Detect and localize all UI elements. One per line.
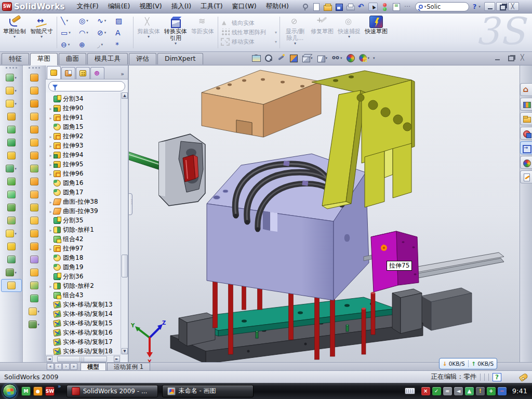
design-library[interactable] bbox=[520, 98, 532, 111]
feature-tree-item[interactable]: 实体-移动/复制16 bbox=[48, 328, 128, 337]
ruled-surface[interactable] bbox=[24, 162, 45, 175]
scrollbar-thumb[interactable]: ||| bbox=[57, 356, 107, 362]
ribbon-button[interactable]: 快速捕捉 ▾ bbox=[336, 15, 363, 50]
antivirus[interactable]: × bbox=[421, 387, 430, 395]
appearances-ball[interactable] bbox=[520, 156, 532, 169]
feature-tree-item[interactable]: ▸ 拉伸92 bbox=[48, 131, 128, 141]
updater[interactable]: ≈ bbox=[443, 387, 452, 395]
dropdown-arrow-icon[interactable]: ▾ bbox=[66, 19, 68, 23]
offset-surface[interactable] bbox=[24, 149, 45, 162]
sketch-tool-button[interactable]: ∿ ▾ bbox=[95, 15, 113, 26]
expand-arrow-icon[interactable]: ▸ bbox=[49, 284, 51, 289]
graphics-area[interactable]: Y Z X 拉伸75 bbox=[129, 65, 520, 362]
feature-tree-item[interactable]: ▸ 拉伸96 bbox=[48, 169, 128, 178]
dropdown-arrow-icon[interactable]: ▾ bbox=[15, 76, 17, 80]
freeform[interactable] bbox=[24, 123, 45, 136]
dropdown-arrow-icon[interactable]: ▾ bbox=[101, 43, 103, 47]
menu-item[interactable]: 文件(F) bbox=[72, 1, 103, 12]
lights[interactable] bbox=[380, 3, 389, 11]
quick-launch-overflow[interactable]: » bbox=[58, 383, 61, 390]
reference-geometry[interactable]: ▾ bbox=[1, 227, 22, 240]
taskbar-task-button[interactable]: SolidWorks 2009 - ... bbox=[66, 385, 158, 397]
model-tab[interactable]: 运动算例 1 bbox=[107, 363, 150, 370]
split[interactable] bbox=[1, 188, 22, 201]
part-rail-left[interactable] bbox=[179, 313, 215, 346]
doc-restore-button[interactable] bbox=[507, 55, 515, 61]
expand-arrow-icon[interactable]: ▸ bbox=[49, 107, 51, 111]
expand-arrow-icon[interactable]: ▸ bbox=[49, 247, 51, 251]
dropdown-arrow-icon[interactable]: ▾ bbox=[368, 56, 370, 60]
feature-tree-item[interactable]: 分割36 bbox=[48, 272, 128, 281]
feature-tree-item[interactable]: ▸ 拉伸95 bbox=[48, 159, 128, 169]
part-red-insert[interactable] bbox=[183, 155, 198, 182]
tree-vertical-scrollbar[interactable]: ▲ ▼ bbox=[121, 92, 128, 354]
dropdown-arrow-icon[interactable]: ▾ bbox=[15, 102, 17, 106]
undo[interactable] bbox=[357, 3, 366, 11]
chamfer[interactable] bbox=[1, 110, 22, 123]
feature-tree-item[interactable]: 组合42 bbox=[48, 234, 128, 244]
feature-tree-item[interactable]: ▸ 拉伸94 bbox=[48, 150, 128, 159]
dropdown-arrow-icon[interactable]: ▾ bbox=[348, 35, 350, 39]
feature-tree-item[interactable]: ▸ 曲面-拉伸39 bbox=[48, 206, 128, 216]
sketch-tool-button[interactable]: ⊕ bbox=[77, 38, 95, 50]
ribbon-button[interactable]: 等距实体 bbox=[189, 15, 216, 50]
scroll-left-icon[interactable]: ◄ bbox=[46, 356, 52, 362]
draft-analysis[interactable] bbox=[24, 240, 45, 253]
command-tab[interactable]: DimXpert bbox=[157, 53, 203, 64]
feature-tree-item[interactable]: 圆角17 bbox=[48, 188, 128, 197]
tab-scroll-button[interactable]: › bbox=[62, 363, 70, 370]
move-copy-body[interactable] bbox=[1, 214, 22, 227]
feature-tree-item[interactable]: ▸ 拉伸90 bbox=[48, 103, 128, 113]
ribbon-button[interactable]: 草图绘制 ▾ bbox=[1, 15, 28, 50]
command-tab[interactable]: 模具工具 bbox=[87, 53, 128, 64]
command-tab[interactable]: 评估 bbox=[129, 53, 156, 64]
part-sprue-insert[interactable] bbox=[129, 134, 205, 206]
pin[interactable] bbox=[300, 3, 309, 11]
print[interactable] bbox=[345, 3, 355, 11]
ribbon-button[interactable]: 转换实体引用 ▾ bbox=[162, 15, 189, 50]
tab-scroll-button[interactable]: ‹ bbox=[55, 363, 62, 370]
swept-surface[interactable] bbox=[24, 71, 45, 84]
instant3d[interactable] bbox=[1, 279, 22, 292]
dropdown-arrow-icon[interactable]: ▾ bbox=[311, 56, 313, 60]
feature-tree-item[interactable]: ▸ 拉伸97 bbox=[48, 244, 128, 253]
extend-surface[interactable] bbox=[24, 188, 45, 201]
select[interactable] bbox=[368, 3, 378, 11]
thicken[interactable] bbox=[24, 227, 45, 240]
network-warning[interactable]: ! bbox=[476, 387, 485, 395]
command-tab[interactable]: 草图 bbox=[30, 53, 58, 65]
menu-item[interactable]: 窗口(W) bbox=[228, 1, 261, 12]
quick-tips-button[interactable]: ? bbox=[493, 373, 501, 381]
feature-tree-item[interactable]: 实体-移动/复制13 bbox=[48, 300, 128, 309]
expand-arrow-icon[interactable]: ▸ bbox=[49, 144, 51, 149]
ribbon-button[interactable]: 快速草图 bbox=[363, 15, 390, 50]
intersect[interactable] bbox=[1, 201, 22, 214]
expand-arrow-icon[interactable]: ▸ bbox=[49, 172, 51, 177]
display-style[interactable]: ▾ bbox=[316, 54, 328, 62]
dropdown-arrow-icon[interactable]: ▾ bbox=[69, 31, 71, 35]
dropdown-arrow-icon[interactable]: ▾ bbox=[86, 31, 88, 35]
view-palette[interactable] bbox=[520, 141, 532, 154]
curve[interactable] bbox=[1, 253, 22, 266]
doc-close-button[interactable] bbox=[520, 55, 528, 61]
expand-arrow-icon[interactable]: ▸ bbox=[49, 163, 51, 167]
dropdown-arrow-icon[interactable]: ▾ bbox=[15, 271, 17, 275]
parting-surfaces[interactable] bbox=[24, 292, 45, 305]
sketch-tool-button[interactable]: ▨ bbox=[113, 15, 131, 26]
start-button[interactable] bbox=[3, 384, 17, 398]
knit-surface[interactable] bbox=[24, 214, 45, 227]
tasklist[interactable] bbox=[391, 3, 401, 11]
dropdown-arrow-icon[interactable]: ▾ bbox=[14, 35, 16, 39]
open[interactable] bbox=[323, 3, 332, 11]
dropdown-arrow-icon[interactable]: ▾ bbox=[340, 56, 342, 60]
ribbon-button[interactable]: 线性草图阵列 ▾ bbox=[220, 29, 278, 36]
dropdown-arrow-icon[interactable]: ▾ bbox=[104, 19, 107, 23]
zoom-area[interactable] bbox=[264, 54, 273, 62]
feature-tree-item[interactable]: 实体-移动/复制17 bbox=[48, 337, 128, 347]
dropdown-arrow-icon[interactable]: ▾ bbox=[86, 19, 88, 23]
menu-item[interactable]: 帮助(H) bbox=[261, 1, 294, 12]
scroll-right-icon[interactable]: ► bbox=[114, 356, 120, 362]
sketch-tool-button[interactable]: * bbox=[113, 38, 131, 50]
expand-arrow-icon[interactable]: ▸ bbox=[49, 116, 51, 121]
feature-tree-item[interactable]: 分割34 bbox=[48, 94, 128, 103]
